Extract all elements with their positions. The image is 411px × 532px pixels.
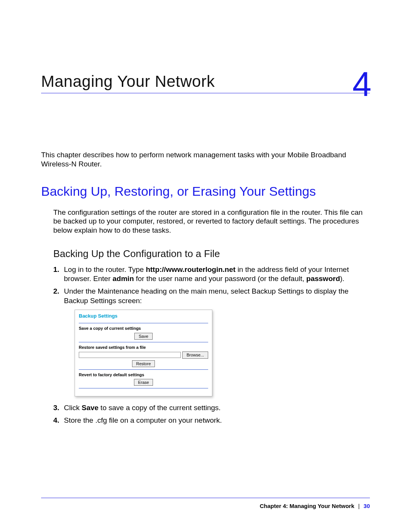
- footer-rule: [41, 498, 370, 498]
- step-text: Click: [64, 404, 81, 412]
- section-body: The configuration settings of the router…: [53, 208, 370, 425]
- chapter-intro: This chapter describes how to perform ne…: [41, 150, 370, 169]
- chapter-title: Managing Your Network: [41, 72, 215, 90]
- erase-row: Erase: [79, 379, 208, 386]
- step-text: ).: [340, 275, 345, 283]
- restore-label: Restore saved settings from a file: [79, 345, 208, 350]
- restore-button[interactable]: Restore: [132, 360, 155, 367]
- revert-label: Revert to factory default settings: [79, 372, 208, 377]
- step-item: Click Save to save a copy of the current…: [53, 403, 370, 413]
- step-text: Store the .cfg file on a computer on you…: [64, 416, 222, 424]
- restore-row: Restore: [79, 360, 208, 367]
- subsection-heading: Backing Up the Configuration to a File: [53, 248, 370, 260]
- divider: [79, 388, 208, 388]
- divider: [79, 323, 208, 323]
- browse-button[interactable]: Browse...: [182, 351, 208, 358]
- footer-chapter-label: Chapter 4: Managing Your Network: [260, 503, 354, 509]
- screenshot-title: Backup Settings: [79, 313, 208, 320]
- file-row: Browse...: [79, 351, 208, 358]
- save-button[interactable]: Save: [134, 333, 152, 340]
- footer-page-number: 30: [363, 503, 370, 509]
- page-footer: Chapter 4: Managing Your Network | 30: [41, 498, 370, 509]
- step-item: Log in to the router. Type http://www.ro…: [53, 265, 370, 284]
- step-text: Under the Maintenance heading on the mai…: [64, 287, 349, 305]
- document-page: Managing Your Network 4 This chapter des…: [0, 0, 411, 532]
- step-text: to save a copy of the current settings.: [99, 404, 221, 412]
- divider: [79, 342, 208, 342]
- step-text-bold: http://www.routerlogin.net: [146, 265, 236, 273]
- file-path-input[interactable]: [79, 352, 181, 358]
- chapter-header: Managing Your Network 4: [41, 72, 370, 93]
- erase-button[interactable]: Erase: [134, 379, 153, 386]
- step-text: for the user name and your password (or …: [134, 275, 306, 283]
- chapter-number: 4: [352, 67, 371, 101]
- step-list: Log in to the router. Type http://www.ro…: [53, 265, 370, 425]
- save-copy-label: Save a copy of current settings: [79, 326, 208, 331]
- save-row: Save: [79, 333, 208, 340]
- footer-separator: |: [358, 503, 360, 509]
- footer-line: Chapter 4: Managing Your Network | 30: [41, 503, 370, 509]
- section-intro: The configuration settings of the router…: [53, 208, 370, 235]
- step-text-bold: Save: [81, 404, 98, 412]
- step-item: Store the .cfg file on a computer on you…: [53, 416, 370, 425]
- section-heading: Backing Up, Restoring, or Erasing Your S…: [41, 184, 370, 199]
- step-text-bold: password: [306, 275, 340, 283]
- step-item: Under the Maintenance heading on the mai…: [53, 287, 370, 396]
- backup-settings-screenshot: Backup Settings Save a copy of current s…: [75, 310, 212, 397]
- step-text-bold: admin: [113, 275, 134, 283]
- step-text: Log in to the router. Type: [64, 265, 146, 273]
- divider: [79, 369, 208, 370]
